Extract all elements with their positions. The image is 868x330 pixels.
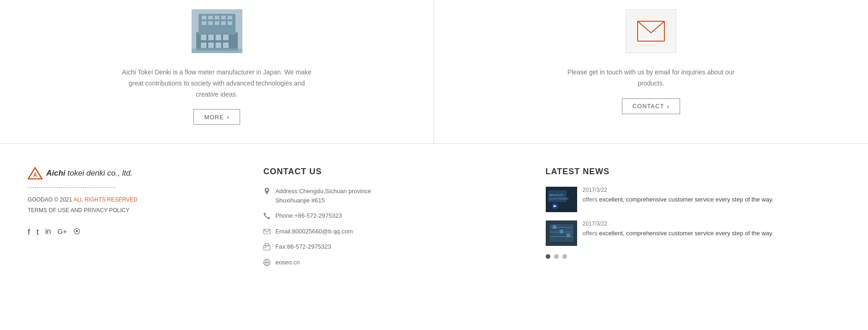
svg-rect-5	[216, 35, 221, 40]
svg-rect-45	[567, 233, 570, 237]
logo-text: Aichi tokei denki co., ltd.	[46, 169, 133, 178]
svg-rect-43	[553, 225, 556, 229]
dot-3[interactable]	[562, 254, 567, 259]
svg-rect-18	[215, 21, 219, 25]
top-section: Aichi Tokei Denki is a flow meter manufa…	[0, 0, 868, 144]
contact-us-heading: CONTACT US	[263, 167, 527, 177]
news-text-1: offers excellent, comprehensive customer…	[583, 195, 774, 204]
svg-text:REVOLUTI: REVOLUTI	[549, 194, 563, 196]
web-text: eoseo.cn	[275, 258, 300, 267]
copyright-highlight[interactable]: ALL RIGHTS RESERVED	[73, 196, 138, 203]
svg-rect-16	[202, 21, 206, 25]
svg-rect-44	[560, 230, 563, 233]
copyright-prefix: GOODAO © 2021	[28, 196, 73, 203]
svg-rect-12	[208, 16, 213, 19]
fax-icon	[263, 243, 271, 251]
svg-rect-19	[221, 21, 226, 25]
facebook-icon[interactable]: f	[28, 227, 30, 237]
svg-rect-11	[202, 16, 206, 19]
contact-address: Address:Chengdu,Sichuan provinceShuxihua…	[263, 187, 527, 205]
web-icon	[263, 259, 271, 266]
contact-phone: Phone:+86-572-2975323	[263, 211, 527, 220]
email-icon-box	[626, 9, 676, 53]
phone-icon	[263, 212, 271, 220]
news-content-2: 2017/3/22 offers excellent, comprehensiv…	[583, 220, 774, 238]
social-icons: f t in G+ ⦿	[28, 227, 80, 237]
svg-rect-7	[201, 43, 206, 48]
linkedin-icon[interactable]: in	[45, 227, 51, 237]
news-content-1: 2017/3/22 offers excellent, comprehensiv…	[583, 187, 774, 204]
footer-contact-column: CONTACT US Address:Chengdu,Sichuan provi…	[263, 167, 527, 273]
more-button-arrow: ›	[227, 113, 229, 121]
svg-text:DOLPH PREMIER: DOLPH PREMIER	[549, 197, 569, 200]
logo-name: tokei denki co., ltd.	[67, 169, 133, 177]
news-image-1: REVOLUTI DOLPH PREMIER	[546, 187, 577, 212]
building-image	[192, 9, 242, 53]
svg-text:A: A	[33, 172, 37, 178]
footer: A Aichi tokei denki co., ltd. GOODAO © 2…	[0, 144, 868, 292]
phone-text: Phone:+86-572-2975323	[275, 211, 342, 220]
news-dots	[546, 254, 840, 259]
news-text-2: offers excellent, comprehensive customer…	[583, 229, 774, 238]
email-contact-icon	[263, 228, 271, 235]
svg-rect-21	[192, 49, 242, 53]
contact-panel: Please get in touch with us by email for…	[434, 0, 868, 143]
more-button[interactable]: MORE ›	[193, 109, 240, 125]
dot-1[interactable]	[546, 254, 550, 259]
svg-rect-13	[215, 16, 219, 19]
dotted-divider	[28, 187, 115, 188]
more-button-label: MORE	[204, 114, 224, 121]
svg-rect-20	[228, 21, 232, 25]
svg-rect-9	[216, 43, 221, 48]
privacy-link-text[interactable]: TERMS OF USE AND PRIVACY POLICY	[28, 207, 129, 214]
address-text: Address:Chengdu,Sichuan provinceShuxihua…	[275, 187, 371, 205]
svg-rect-6	[223, 35, 229, 40]
logo-area: A Aichi tokei denki co., ltd.	[28, 167, 133, 180]
contact-description: Please get in touch with us by email for…	[554, 67, 748, 89]
svg-rect-3	[201, 35, 206, 40]
footer-news-column: LATEST NEWS REVOLUTI DOLPH PREMIER 2017/…	[546, 167, 840, 273]
twitter-icon[interactable]: t	[36, 227, 39, 237]
svg-rect-28	[265, 247, 266, 248]
contact-button-arrow: ›	[667, 103, 670, 110]
about-panel: Aichi Tokei Denki is a flow meter manufa…	[0, 0, 434, 143]
contact-web: eoseo.cn	[263, 258, 527, 267]
svg-rect-14	[221, 16, 226, 19]
svg-rect-8	[208, 43, 214, 48]
contact-email: Email:800025660@b.qq.com	[263, 227, 527, 236]
latest-news-heading: LATEST NEWS	[546, 167, 840, 177]
contact-button-label: CONTACT	[633, 103, 664, 110]
rss-icon[interactable]: ⦿	[73, 227, 80, 237]
location-icon	[263, 188, 271, 195]
about-description: Aichi Tokei Denki is a flow meter manufa…	[120, 67, 314, 100]
footer-brand-column: A Aichi tokei denki co., ltd. GOODAO © 2…	[28, 167, 245, 273]
fax-text: Fax:86-572-2975323	[275, 242, 331, 251]
svg-rect-4	[208, 35, 214, 40]
contact-fax: Fax:86-572-2975323	[263, 242, 527, 251]
svg-rect-17	[208, 21, 213, 25]
news-thumb-1: REVOLUTI DOLPH PREMIER	[546, 187, 577, 212]
news-item-2: 2017/3/22 offers excellent, comprehensiv…	[546, 220, 840, 246]
svg-rect-10	[223, 43, 229, 48]
news-date-1: 2017/3/22	[583, 187, 774, 193]
news-thumb-2	[546, 220, 577, 246]
news-image-2	[546, 220, 577, 246]
copyright-text: GOODAO © 2021 ALL RIGHTS RESERVED	[28, 195, 138, 205]
email-text: Email:800025660@b.qq.com	[275, 227, 353, 236]
svg-rect-15	[228, 16, 232, 19]
logo-icon: A	[28, 167, 42, 180]
email-icon	[637, 21, 665, 42]
news-date-2: 2017/3/22	[583, 220, 774, 227]
googleplus-icon[interactable]: G+	[57, 227, 66, 237]
dot-2[interactable]	[554, 254, 559, 259]
contact-button[interactable]: CONTACT ›	[622, 98, 681, 114]
logo-bold: Aichi	[46, 169, 67, 177]
privacy-link[interactable]: TERMS OF USE AND PRIVACY POLICY	[28, 207, 129, 214]
news-item-1: REVOLUTI DOLPH PREMIER 2017/3/22 offers …	[546, 187, 840, 212]
